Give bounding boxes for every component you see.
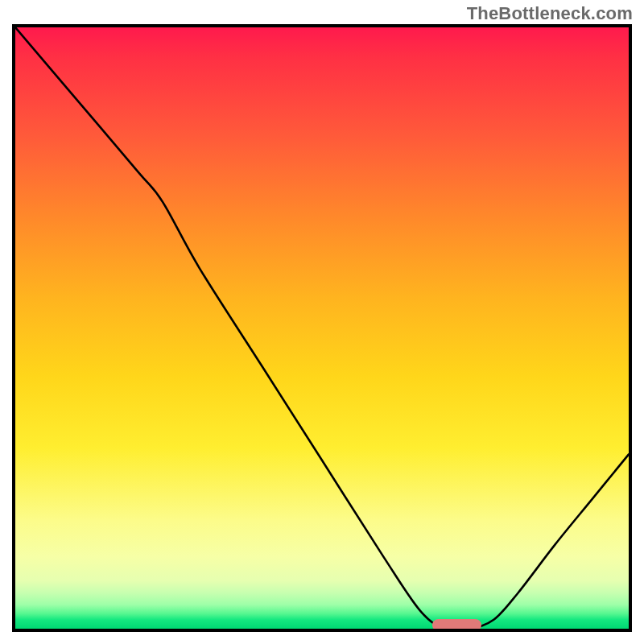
watermark-text: TheBottleneck.com [467, 3, 633, 24]
chart-curve-svg [15, 27, 629, 629]
optimal-point-marker [432, 619, 481, 631]
chart-plot-area [12, 24, 632, 632]
bottleneck-curve-path [15, 27, 629, 629]
